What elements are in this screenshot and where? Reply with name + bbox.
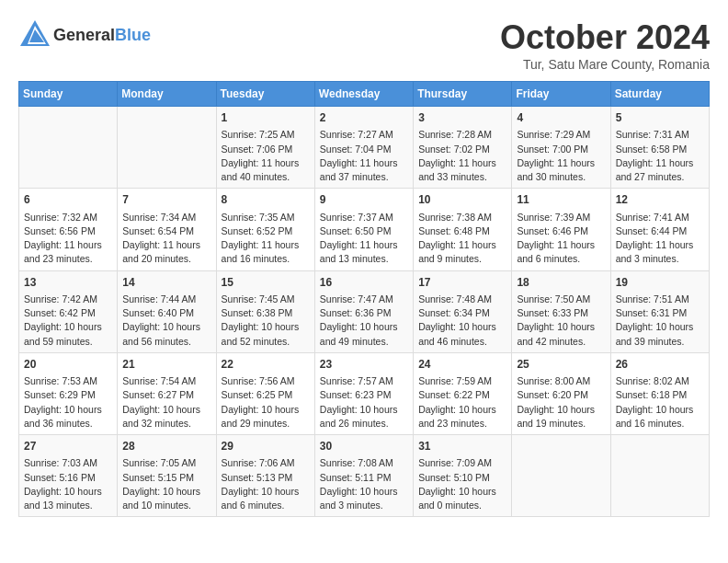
day-info-line: Daylight: 10 hours and 16 minutes.	[616, 403, 704, 431]
day-number: 27	[24, 439, 112, 454]
day-info-line: Daylight: 11 hours and 13 minutes.	[320, 238, 408, 266]
day-info-line: Sunset: 6:58 PM	[616, 143, 704, 156]
day-info-line: Daylight: 11 hours and 23 minutes.	[24, 238, 112, 266]
day-info-line: Sunrise: 7:32 AM	[24, 211, 112, 224]
day-info-line: Sunrise: 7:31 AM	[616, 128, 704, 142]
day-number: 18	[517, 275, 605, 291]
day-info-line: Sunrise: 7:41 AM	[616, 211, 704, 224]
day-info-line: Daylight: 10 hours and 13 minutes.	[24, 485, 112, 512]
header-saturday: Saturday	[610, 82, 709, 107]
calendar-week-row: 27Sunrise: 7:03 AMSunset: 5:16 PMDayligh…	[19, 435, 710, 517]
day-info-line: Sunrise: 7:37 AM	[320, 211, 408, 224]
day-number: 13	[24, 275, 112, 291]
day-info-line: Sunset: 6:33 PM	[517, 306, 605, 320]
day-info-line: Daylight: 10 hours and 56 minutes.	[122, 320, 210, 348]
day-info-line: Sunset: 6:34 PM	[418, 306, 506, 320]
day-info-line: Daylight: 11 hours and 40 minutes.	[222, 156, 310, 184]
day-info-line: Sunset: 6:23 PM	[320, 388, 408, 402]
day-info-line: Sunrise: 7:57 AM	[320, 374, 408, 388]
day-info-line: Daylight: 11 hours and 6 minutes.	[517, 238, 605, 266]
day-info-line: Sunset: 6:20 PM	[517, 388, 605, 402]
calendar-cell: 7Sunrise: 7:34 AMSunset: 6:54 PMDaylight…	[118, 189, 216, 270]
day-info-line: Daylight: 11 hours and 20 minutes.	[122, 238, 210, 266]
calendar-cell: 12Sunrise: 7:41 AMSunset: 6:44 PMDayligh…	[610, 189, 709, 270]
calendar-week-row: 6Sunrise: 7:32 AMSunset: 6:56 PMDaylight…	[19, 189, 710, 270]
calendar-cell: 9Sunrise: 7:37 AMSunset: 6:50 PMDaylight…	[314, 189, 413, 270]
day-info-line: Sunrise: 7:59 AM	[418, 374, 506, 388]
day-info-line: Daylight: 10 hours and 3 minutes.	[320, 485, 408, 512]
day-number: 19	[616, 275, 704, 291]
calendar-cell	[512, 435, 610, 517]
day-info-line: Sunrise: 7:45 AM	[222, 293, 310, 306]
day-number: 3	[418, 110, 506, 126]
header-thursday: Thursday	[414, 82, 512, 107]
day-info-line: Sunrise: 7:39 AM	[517, 211, 605, 224]
day-info-line: Sunrise: 8:00 AM	[517, 374, 605, 388]
day-info-line: Sunset: 6:31 PM	[616, 306, 704, 320]
day-info-line: Sunrise: 7:42 AM	[24, 293, 112, 306]
calendar-cell: 3Sunrise: 7:28 AMSunset: 7:02 PMDaylight…	[414, 107, 512, 189]
day-info-line: Sunset: 7:00 PM	[517, 143, 605, 156]
day-info-line: Sunrise: 7:53 AM	[24, 374, 112, 388]
calendar-cell: 26Sunrise: 8:02 AMSunset: 6:18 PMDayligh…	[610, 352, 709, 434]
day-info-line: Daylight: 11 hours and 30 minutes.	[517, 156, 605, 184]
calendar-cell: 10Sunrise: 7:38 AMSunset: 6:48 PMDayligh…	[414, 189, 512, 270]
day-info-line: Sunset: 6:40 PM	[122, 306, 210, 320]
day-info-line: Daylight: 10 hours and 49 minutes.	[320, 320, 408, 348]
header-monday: Monday	[118, 82, 216, 107]
header-friday: Friday	[512, 82, 610, 107]
day-number: 15	[222, 275, 310, 291]
day-info-line: Daylight: 10 hours and 6 minutes.	[222, 485, 310, 512]
header-wednesday: Wednesday	[314, 82, 413, 107]
day-info-line: Sunset: 6:54 PM	[122, 224, 210, 238]
day-number: 14	[122, 275, 210, 291]
calendar-cell: 4Sunrise: 7:29 AMSunset: 7:00 PMDaylight…	[512, 107, 610, 189]
day-info-line: Daylight: 10 hours and 0 minutes.	[418, 485, 506, 512]
day-number: 11	[517, 192, 605, 208]
day-number: 30	[320, 439, 408, 454]
calendar-cell: 11Sunrise: 7:39 AMSunset: 6:46 PMDayligh…	[512, 189, 610, 270]
day-info-line: Sunrise: 7:35 AM	[222, 211, 310, 224]
day-info-line: Sunrise: 7:29 AM	[517, 128, 605, 142]
calendar-cell: 17Sunrise: 7:48 AMSunset: 6:34 PMDayligh…	[414, 270, 512, 352]
calendar-cell: 22Sunrise: 7:56 AMSunset: 6:25 PMDayligh…	[216, 352, 314, 434]
day-number: 2	[320, 110, 408, 126]
day-info-line: Sunset: 6:50 PM	[320, 224, 408, 238]
calendar-cell: 5Sunrise: 7:31 AMSunset: 6:58 PMDaylight…	[610, 107, 709, 189]
calendar-cell: 21Sunrise: 7:54 AMSunset: 6:27 PMDayligh…	[118, 352, 216, 434]
calendar-location: Tur, Satu Mare County, Romania	[500, 57, 710, 72]
day-info-line: Sunrise: 7:48 AM	[418, 293, 506, 306]
day-info-line: Sunrise: 7:08 AM	[320, 456, 408, 470]
logo-general-text: General	[53, 26, 115, 44]
calendar-cell: 24Sunrise: 7:59 AMSunset: 6:22 PMDayligh…	[414, 352, 512, 434]
calendar-table: Sunday Monday Tuesday Wednesday Thursday…	[18, 81, 710, 517]
day-info-line: Daylight: 11 hours and 3 minutes.	[616, 238, 704, 266]
day-number: 17	[418, 275, 506, 291]
calendar-cell: 28Sunrise: 7:05 AMSunset: 5:15 PMDayligh…	[118, 435, 216, 517]
day-info-line: Sunset: 7:04 PM	[320, 143, 408, 156]
day-info-line: Sunrise: 8:02 AM	[616, 374, 704, 388]
day-info-line: Daylight: 10 hours and 26 minutes.	[320, 403, 408, 431]
day-info-line: Daylight: 10 hours and 39 minutes.	[616, 320, 704, 348]
day-info-line: Sunset: 5:16 PM	[24, 471, 112, 485]
day-number: 16	[320, 275, 408, 291]
day-info-line: Daylight: 11 hours and 16 minutes.	[222, 238, 310, 266]
day-info-line: Sunset: 6:36 PM	[320, 306, 408, 320]
day-info-line: Daylight: 10 hours and 29 minutes.	[222, 403, 310, 431]
day-info-line: Sunrise: 7:03 AM	[24, 456, 112, 470]
day-number: 1	[222, 110, 310, 126]
day-info-line: Daylight: 11 hours and 27 minutes.	[616, 156, 704, 184]
calendar-cell	[19, 107, 118, 189]
day-info-line: Sunset: 5:10 PM	[418, 471, 506, 485]
day-number: 10	[418, 192, 506, 208]
day-info-line: Daylight: 10 hours and 42 minutes.	[517, 320, 605, 348]
day-info-line: Daylight: 10 hours and 10 minutes.	[122, 485, 210, 512]
day-info-line: Sunrise: 7:28 AM	[418, 128, 506, 142]
day-info-line: Sunset: 6:29 PM	[24, 388, 112, 402]
day-info-line: Daylight: 10 hours and 36 minutes.	[24, 403, 112, 431]
day-info-line: Sunrise: 7:34 AM	[122, 211, 210, 224]
day-number: 22	[222, 357, 310, 373]
calendar-cell: 30Sunrise: 7:08 AMSunset: 5:11 PMDayligh…	[314, 435, 413, 517]
day-number: 6	[24, 192, 112, 208]
day-info-line: Sunrise: 7:56 AM	[222, 374, 310, 388]
